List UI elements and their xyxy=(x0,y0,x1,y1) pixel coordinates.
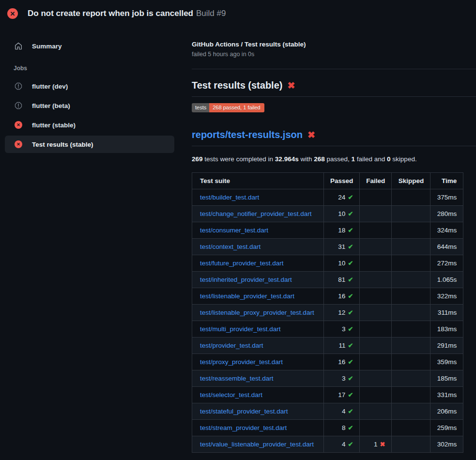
section-title: Test results (stable) ✖ xyxy=(192,80,476,97)
job-cancelled-icon xyxy=(15,102,22,109)
suite-cell: test/inherited_provider_test.dart xyxy=(192,272,324,288)
passed-count: 10 xyxy=(338,210,345,217)
job-failed-icon: ✕ xyxy=(15,121,22,129)
passed-count: 10 xyxy=(338,260,345,267)
time-cell: 1.065s xyxy=(430,272,463,288)
check-icon: ✔ xyxy=(348,194,353,201)
passed-count: 4 xyxy=(342,441,346,448)
failed-cell xyxy=(360,206,392,222)
check-icon: ✔ xyxy=(348,292,353,300)
time-cell: 206ms xyxy=(430,403,463,420)
suite-link[interactable]: test/consumer_test.dart xyxy=(200,227,268,234)
summary-segment: 0 xyxy=(387,155,391,163)
passed-cell: 11✔ xyxy=(324,337,360,354)
suite-link[interactable]: test/stream_provider_test.dart xyxy=(200,424,287,431)
passed-count: 3 xyxy=(342,375,346,382)
suite-link[interactable]: test/multi_provider_test.dart xyxy=(200,325,281,333)
summary-segment: passed, xyxy=(325,155,352,163)
table-row: test/multi_provider_test.dart3✔183ms xyxy=(192,321,463,337)
sidebar-item-summary[interactable]: Summary xyxy=(5,38,174,54)
check-icon: ✔ xyxy=(348,325,353,333)
failed-cell: 1✖ xyxy=(360,436,392,453)
check-icon: ✔ xyxy=(348,375,353,382)
check-icon: ✔ xyxy=(348,424,353,431)
sidebar-job-item[interactable]: flutter (beta) xyxy=(5,97,174,114)
check-icon: ✔ xyxy=(348,243,353,250)
table-row: test/inherited_provider_test.dart81✔1.06… xyxy=(192,272,463,288)
time-cell: 359ms xyxy=(430,354,463,370)
suite-link[interactable]: test/provider_test.dart xyxy=(200,342,263,349)
divider xyxy=(192,69,476,69)
table-row: test/future_provider_test.dart10✔272ms xyxy=(192,255,463,272)
table-row: test/reassemble_test.dart3✔185ms xyxy=(192,370,463,387)
time-cell: 331ms xyxy=(430,387,463,403)
passed-cell: 4✔ xyxy=(324,403,360,420)
suite-link[interactable]: test/selector_test.dart xyxy=(200,391,262,399)
summary-segment: skipped. xyxy=(391,155,417,163)
home-icon xyxy=(15,42,22,50)
table-header-row: Test suite Passed Failed Skipped Time xyxy=(192,173,463,189)
passed-count: 12 xyxy=(338,309,345,316)
failed-cell xyxy=(360,272,392,288)
passed-count: 24 xyxy=(338,194,345,201)
passed-cell: 3✔ xyxy=(324,321,360,337)
passed-count: 31 xyxy=(338,243,345,250)
skipped-cell xyxy=(392,337,430,354)
time-cell: 280ms xyxy=(430,206,463,222)
suite-cell: test/builder_test.dart xyxy=(192,189,324,206)
job-label: flutter (dev) xyxy=(32,83,68,90)
time-cell: 291ms xyxy=(430,337,463,354)
suite-link[interactable]: test/stateful_provider_test.dart xyxy=(200,408,288,415)
jobs-section-label: Jobs xyxy=(0,65,179,72)
suite-link[interactable]: test/inherited_provider_test.dart xyxy=(200,276,292,283)
time-cell: 311ms xyxy=(430,305,463,321)
badge-value: 268 passed, 1 failed xyxy=(209,103,264,112)
sidebar-job-item[interactable]: flutter (dev) xyxy=(5,77,174,95)
suite-cell: test/value_listenable_provider_test.dart xyxy=(192,436,324,453)
table-row: test/stream_provider_test.dart8✔259ms xyxy=(192,420,463,436)
check-icon: ✔ xyxy=(348,260,353,267)
report-file-link[interactable]: reports/test-results.json xyxy=(192,129,303,140)
failed-cell xyxy=(360,189,392,206)
run-header: ✕ Do not create report when job is cance… xyxy=(0,0,476,27)
passed-cell: 10✔ xyxy=(324,255,360,272)
column-header-passed: Passed xyxy=(324,173,360,189)
suite-link[interactable]: test/context_test.dart xyxy=(200,243,261,250)
suite-link[interactable]: test/builder_test.dart xyxy=(200,194,259,201)
suite-cell: test/listenable_proxy_provider_test.dart xyxy=(192,305,324,321)
suite-link[interactable]: test/proxy_provider_test.dart xyxy=(200,358,283,366)
failed-cell xyxy=(360,305,392,321)
suite-link[interactable]: test/listenable_provider_test.dart xyxy=(200,292,294,300)
table-row: test/proxy_provider_test.dart16✔359ms xyxy=(192,354,463,370)
suite-cell: test/selector_test.dart xyxy=(192,387,324,403)
sidebar-job-item[interactable]: ✕Test results (stable) xyxy=(5,136,174,153)
skipped-cell xyxy=(392,436,430,453)
suite-link[interactable]: test/change_notifier_provider_test.dart xyxy=(200,210,311,217)
suite-cell: test/proxy_provider_test.dart xyxy=(192,354,324,370)
suite-link[interactable]: test/reassemble_test.dart xyxy=(200,375,274,382)
job-label: Test results (stable) xyxy=(32,141,93,148)
passed-cell: 8✔ xyxy=(324,420,360,436)
passed-cell: 4✔ xyxy=(324,436,360,453)
suite-link[interactable]: test/listenable_proxy_provider_test.dart xyxy=(200,309,314,316)
summary-segment: 32.964s xyxy=(275,155,299,163)
check-icon: ✔ xyxy=(348,342,353,349)
failed-cell xyxy=(360,354,392,370)
workflow-run-name: Do not create report when job is cancell… xyxy=(28,9,193,18)
suite-link[interactable]: test/value_listenable_provider_test.dart xyxy=(200,441,314,448)
failed-cell xyxy=(360,288,392,305)
sidebar-job-item[interactable]: ✕flutter (stable) xyxy=(5,116,174,134)
failed-cell xyxy=(360,370,392,387)
failed-cell xyxy=(360,387,392,403)
table-row: test/listenable_proxy_provider_test.dart… xyxy=(192,305,463,321)
passed-cell: 12✔ xyxy=(324,305,360,321)
run-meta: failed 5 hours ago in 0s xyxy=(192,51,476,58)
passed-count: 16 xyxy=(338,292,345,300)
table-row: test/listenable_provider_test.dart16✔322… xyxy=(192,288,463,305)
summary-segment: 268 xyxy=(314,155,325,163)
jobs-list: flutter (dev)flutter (beta)✕flutter (sta… xyxy=(0,77,179,153)
passed-cell: 24✔ xyxy=(324,189,360,206)
failed-count: 1 xyxy=(374,441,378,448)
summary-segment: failed and xyxy=(355,155,387,163)
suite-link[interactable]: test/future_provider_test.dart xyxy=(200,260,284,267)
